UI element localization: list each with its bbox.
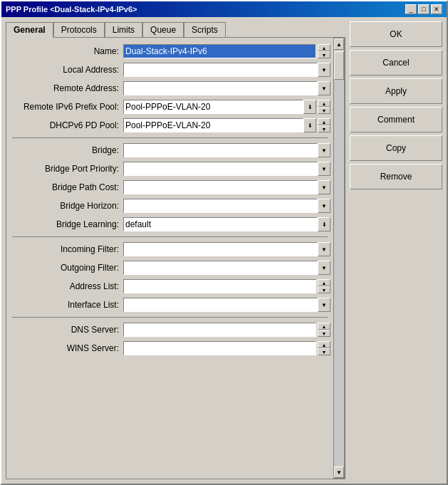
label-interface-list: Interface List: — [9, 300, 123, 310]
wins-server-up-btn[interactable]: ▲ — [318, 341, 330, 348]
tab-bar: General Protocols Limits Queue Scripts — [6, 21, 345, 37]
input-incoming-filter[interactable] — [123, 242, 318, 256]
wins-server-updown: ▲ ▼ — [318, 341, 330, 355]
field-remote-address: ▼ — [123, 81, 330, 95]
scroll-thumb[interactable] — [334, 51, 344, 80]
bridge-port-priority-dropdown-btn[interactable]: ▼ — [318, 162, 330, 176]
input-address-list[interactable] — [123, 279, 316, 293]
input-remote-ipv6[interactable] — [123, 100, 303, 114]
tab-general[interactable]: General — [6, 22, 53, 38]
row-outgoing-filter: Outgoing Filter: ▼ — [9, 260, 330, 276]
incoming-filter-dropdown-btn[interactable]: ▼ — [318, 242, 330, 256]
field-outgoing-filter: ▼ — [123, 261, 330, 275]
input-bridge[interactable] — [123, 143, 318, 157]
remote-ipv6-updown: ▲ ▼ — [318, 100, 330, 114]
input-outgoing-filter[interactable] — [123, 261, 318, 275]
field-name: ▲ ▼ — [123, 44, 330, 58]
input-dns-server[interactable] — [123, 323, 316, 337]
field-remote-ipv6: ⬇ ▲ ▼ — [123, 100, 330, 114]
dhcpv6-dropdown-btn[interactable]: ⬇ — [303, 118, 316, 132]
close-button[interactable]: ✕ — [431, 4, 442, 14]
address-list-updown: ▲ ▼ — [318, 279, 330, 293]
input-bridge-horizon[interactable] — [123, 199, 318, 213]
input-interface-list[interactable] — [123, 298, 318, 312]
tab-queue[interactable]: Queue — [142, 22, 184, 38]
tab-protocols[interactable]: Protocols — [53, 22, 105, 38]
cancel-button[interactable]: Cancel — [350, 50, 442, 75]
label-name: Name: — [9, 46, 123, 56]
form-scroll: Name: ▲ ▼ Local Address: — [6, 38, 333, 479]
input-remote-address[interactable] — [123, 81, 318, 95]
remote-ipv6-dropdown-btn[interactable]: ⬇ — [303, 100, 316, 114]
input-name[interactable] — [123, 44, 316, 58]
right-panel: OK Cancel Apply Comment Copy Remove — [350, 21, 442, 479]
name-up-btn[interactable]: ▲ — [318, 44, 330, 51]
address-list-down-btn[interactable]: ▼ — [318, 286, 330, 293]
comment-button[interactable]: Comment — [350, 107, 442, 132]
remote-address-dropdown-btn[interactable]: ▼ — [318, 81, 330, 95]
label-remote-address: Remote Address: — [9, 83, 123, 93]
row-bridge-port-priority: Bridge Port Priority: ▼ — [9, 161, 330, 177]
label-remote-ipv6: Remote IPv6 Prefix Pool: — [9, 102, 123, 112]
local-address-dropdown-btn[interactable]: ▼ — [318, 63, 330, 77]
field-dhcpv6: ⬇ ▲ ▼ — [123, 118, 330, 132]
outgoing-filter-dropdown-btn[interactable]: ▼ — [318, 261, 330, 275]
field-incoming-filter: ▼ — [123, 242, 330, 256]
remove-button[interactable]: Remove — [350, 164, 442, 189]
label-bridge: Bridge: — [9, 145, 123, 155]
label-dhcpv6: DHCPv6 PD Pool: — [9, 120, 123, 130]
label-address-list: Address List: — [9, 281, 123, 291]
copy-button[interactable]: Copy — [350, 135, 442, 161]
divider-2 — [12, 236, 328, 237]
field-local-address: ▼ — [123, 63, 330, 77]
bridge-horizon-dropdown-btn[interactable]: ▼ — [318, 199, 330, 213]
label-bridge-learning: Bridge Learning: — [9, 219, 123, 229]
row-bridge-path-cost: Bridge Path Cost: ▼ — [9, 179, 330, 195]
row-bridge-horizon: Bridge Horizon: ▼ — [9, 198, 330, 214]
row-remote-address: Remote Address: ▼ — [9, 80, 330, 96]
input-bridge-learning[interactable] — [123, 217, 318, 231]
scroll-up-btn[interactable]: ▲ — [334, 38, 344, 50]
name-down-btn[interactable]: ▼ — [318, 51, 330, 58]
address-list-up-btn[interactable]: ▲ — [318, 279, 330, 286]
dhcpv6-down-btn[interactable]: ▼ — [318, 125, 330, 132]
name-updown: ▲ ▼ — [318, 44, 330, 58]
tab-limits[interactable]: Limits — [105, 22, 142, 38]
window-title: PPP Profile <Dual-Stack-IPv4-IPv6> — [6, 5, 137, 14]
main-window: PPP Profile <Dual-Stack-IPv4-IPv6> _ □ ✕… — [0, 0, 448, 485]
input-dhcpv6[interactable] — [123, 118, 303, 132]
input-local-address[interactable] — [123, 63, 318, 77]
row-dns-server: DNS Server: ▲ ▼ — [9, 322, 330, 338]
dhcpv6-updown: ▲ ▼ — [318, 118, 330, 132]
input-wins-server[interactable] — [123, 341, 316, 355]
ok-button[interactable]: OK — [350, 21, 442, 47]
divider-1 — [12, 137, 328, 138]
maximize-button[interactable]: □ — [418, 4, 429, 14]
dns-server-down-btn[interactable]: ▼ — [318, 330, 330, 337]
remote-ipv6-up-btn[interactable]: ▲ — [318, 100, 330, 107]
bridge-dropdown-btn[interactable]: ▼ — [318, 143, 330, 157]
input-bridge-port-priority[interactable] — [123, 162, 318, 176]
row-local-address: Local Address: ▼ — [9, 62, 330, 78]
scroll-down-btn[interactable]: ▼ — [334, 466, 344, 478]
dns-server-up-btn[interactable]: ▲ — [318, 323, 330, 330]
field-bridge-path-cost: ▼ — [123, 180, 330, 194]
apply-button[interactable]: Apply — [350, 78, 442, 104]
row-bridge: Bridge: ▼ — [9, 142, 330, 158]
window-content: General Protocols Limits Queue Scripts N… — [1, 17, 447, 484]
label-bridge-horizon: Bridge Horizon: — [9, 201, 123, 211]
minimize-button[interactable]: _ — [405, 4, 417, 14]
wins-server-down-btn[interactable]: ▼ — [318, 348, 330, 355]
tab-scripts[interactable]: Scripts — [184, 22, 226, 38]
bridge-learning-dropdown-btn[interactable]: ⬇ — [318, 217, 330, 231]
label-local-address: Local Address: — [9, 65, 123, 75]
remote-ipv6-down-btn[interactable]: ▼ — [318, 107, 330, 114]
bridge-path-cost-dropdown-btn[interactable]: ▼ — [318, 180, 330, 194]
row-address-list: Address List: ▲ ▼ — [9, 278, 330, 294]
interface-list-dropdown-btn[interactable]: ▼ — [318, 298, 330, 312]
row-incoming-filter: Incoming Filter: ▼ — [9, 241, 330, 257]
field-bridge-port-priority: ▼ — [123, 162, 330, 176]
row-name: Name: ▲ ▼ — [9, 43, 330, 59]
dhcpv6-up-btn[interactable]: ▲ — [318, 118, 330, 125]
input-bridge-path-cost[interactable] — [123, 180, 318, 194]
